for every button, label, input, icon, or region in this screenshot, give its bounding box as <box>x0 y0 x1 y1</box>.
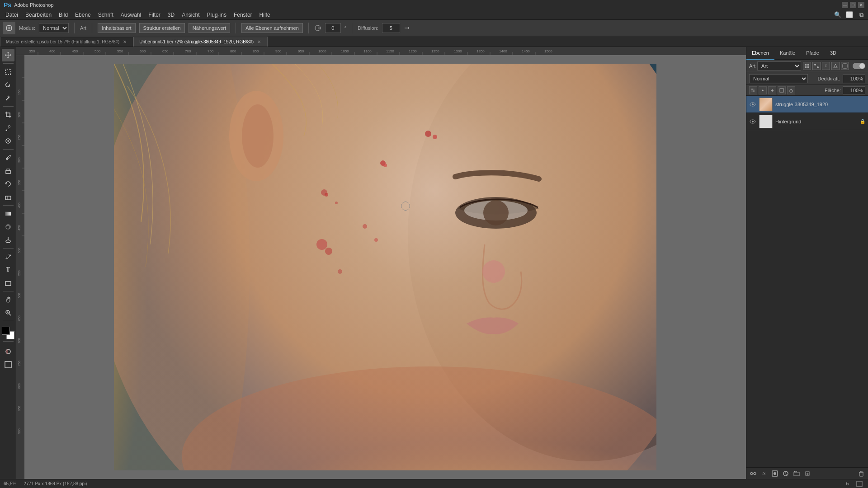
lock-icons <box>749 86 795 94</box>
tab-unbenannt[interactable]: Unbenannt-1 bei 72% (struggle-3805349_19… <box>133 37 268 47</box>
eyedropper-tool-btn[interactable] <box>2 122 14 134</box>
tab-muster[interactable]: Muster erstellen.psdc bei 15,7% (Farbfül… <box>0 37 133 47</box>
canvas-image[interactable] <box>114 64 656 470</box>
screen-mode-icon[interactable]: ⬜ <box>844 10 854 20</box>
layer-item-hintergrund[interactable]: Hintergrund 🔒 <box>746 113 868 130</box>
menu-bearbeiten[interactable]: Bearbeiten <box>22 10 55 20</box>
arrange-icon[interactable]: ⧉ <box>856 10 866 20</box>
status-fx-btn[interactable]: fx <box>843 479 853 488</box>
opacity-input[interactable] <box>843 74 865 83</box>
svg-point-111 <box>335 202 338 204</box>
brush-tool-btn[interactable] <box>2 151 14 164</box>
link-layers-btn[interactable] <box>748 469 758 478</box>
lasso-tool-btn[interactable] <box>2 79 14 91</box>
delete-layer-btn[interactable] <box>856 469 866 478</box>
menu-auswahl[interactable]: Auswahl <box>117 10 145 20</box>
blur-tool-btn[interactable] <box>2 221 14 233</box>
lock-image-btn[interactable] <box>759 86 767 94</box>
filter-toggle[interactable] <box>853 63 865 69</box>
add-fx-btn[interactable]: fx <box>759 469 769 478</box>
diffusion-input[interactable] <box>382 23 400 33</box>
filter-pixel-btn[interactable] <box>803 62 811 70</box>
title-bar-controls[interactable]: — □ ✕ <box>842 2 864 8</box>
tab-muster-close[interactable]: ✕ <box>122 39 127 44</box>
eraser-tool-btn[interactable] <box>2 191 14 203</box>
quick-mask-btn[interactable] <box>2 345 14 358</box>
marquee-tool-btn[interactable] <box>2 66 14 78</box>
history-brush-btn[interactable] <box>2 178 14 190</box>
menu-ebene[interactable]: Ebene <box>71 10 94 20</box>
filter-shape-btn[interactable] <box>831 62 840 70</box>
struktur-btn[interactable]: Struktur erstellen <box>139 23 185 33</box>
blend-mode-select[interactable]: Normal Auflösen Abdunkeln Multiplizieren <box>749 74 808 83</box>
menu-fenster[interactable]: Fenster <box>230 10 256 20</box>
layer-visibility-hintergrund[interactable] <box>749 118 756 125</box>
gradient-tool-btn[interactable] <box>2 207 14 220</box>
tab-pfade[interactable]: Pfade <box>801 47 825 60</box>
search-icon[interactable]: 🔍 <box>833 10 843 20</box>
filter-type-select[interactable]: Art Name Effekt Modus Attribut Farbe <box>757 61 801 70</box>
menu-datei[interactable]: Datei <box>2 10 22 20</box>
maximize-button[interactable]: □ <box>850 2 856 8</box>
filter-adjust-btn[interactable] <box>812 62 821 70</box>
tab-unbenannt-close[interactable]: ✕ <box>256 39 262 44</box>
menu-ansicht[interactable]: Ansicht <box>178 10 203 20</box>
menu-3d[interactable]: 3D <box>164 10 178 20</box>
alle-ebenen-btn[interactable]: Alle Ebenen aufnehmen <box>241 23 302 33</box>
filter-text-btn[interactable]: T <box>822 62 830 70</box>
opacity-label: Deckkraft: <box>817 76 840 81</box>
lock-position-btn[interactable] <box>768 86 776 94</box>
layer-thumb-white <box>760 115 772 128</box>
ruler-left: 100 150 200 250 300 350 400 450 500 550 … <box>16 55 24 479</box>
svg-point-5 <box>5 130 7 131</box>
fg-color-swatch[interactable] <box>2 327 10 335</box>
angle-input[interactable] <box>325 23 341 33</box>
menu-filter[interactable]: Filter <box>145 10 164 20</box>
menu-hilfe[interactable]: Hilfe <box>256 10 274 20</box>
new-adjustment-btn[interactable] <box>781 469 791 478</box>
close-button[interactable]: ✕ <box>858 2 864 8</box>
svg-rect-118 <box>805 64 807 66</box>
filter-smart-btn[interactable] <box>841 62 849 70</box>
naherungswert-btn[interactable]: Näherungswert <box>189 23 231 33</box>
svg-text:1000: 1000 <box>318 49 326 53</box>
move-tool-btn[interactable] <box>2 49 14 61</box>
lock-transparent-btn[interactable] <box>749 86 757 94</box>
inhaltsbasiert-btn[interactable]: Inhaltsbasiert <box>98 23 135 33</box>
tab-ebenen[interactable]: Ebenen <box>746 47 774 60</box>
crop-tool-btn[interactable] <box>2 108 14 121</box>
layer-visibility-struggle[interactable] <box>749 101 756 108</box>
add-mask-btn[interactable] <box>770 469 780 478</box>
heal-spot-btn[interactable] <box>2 135 14 147</box>
new-group-btn[interactable] <box>792 469 802 478</box>
svg-text:450: 450 <box>18 225 21 230</box>
healing-brush-icon[interactable] <box>3 22 15 34</box>
magic-wand-btn[interactable] <box>2 92 14 104</box>
menu-plugins[interactable]: Plug-ins <box>203 10 230 20</box>
modus-select[interactable]: Normal <box>39 23 69 33</box>
ruler-top: 350 400 450 500 550 600 650 700 <box>16 47 746 55</box>
lock-artboard-btn[interactable] <box>778 86 786 94</box>
screen-mode-btn[interactable] <box>2 358 14 371</box>
text-tool-btn[interactable]: T <box>2 263 14 276</box>
hand-tool-btn[interactable] <box>2 293 14 306</box>
svg-rect-127 <box>751 90 753 92</box>
fill-input[interactable] <box>843 86 865 94</box>
lock-all-btn[interactable] <box>787 86 795 94</box>
svg-text:800: 800 <box>230 49 236 53</box>
new-layer-btn[interactable] <box>802 469 812 478</box>
zoom-tool-btn[interactable] <box>2 306 14 319</box>
tab-kanale[interactable]: Kanäle <box>774 47 801 60</box>
blend-mode-row: Normal Auflösen Abdunkeln Multiplizieren… <box>746 72 868 85</box>
status-mask-btn[interactable] <box>854 479 864 488</box>
stamp-tool-btn[interactable] <box>2 164 14 177</box>
menu-bild[interactable]: Bild <box>55 10 71 20</box>
shape-tool-btn[interactable] <box>2 277 14 289</box>
minimize-button[interactable]: — <box>842 2 848 8</box>
tab-3d[interactable]: 3D <box>825 47 842 60</box>
pen-tool-btn[interactable] <box>2 250 14 263</box>
menu-schrift[interactable]: Schrift <box>94 10 117 20</box>
dodge-tool-btn[interactable] <box>2 234 14 246</box>
layer-item-struggle[interactable]: struggle-3805349_1920 <box>746 96 868 113</box>
canvas-viewport[interactable] <box>24 55 746 479</box>
